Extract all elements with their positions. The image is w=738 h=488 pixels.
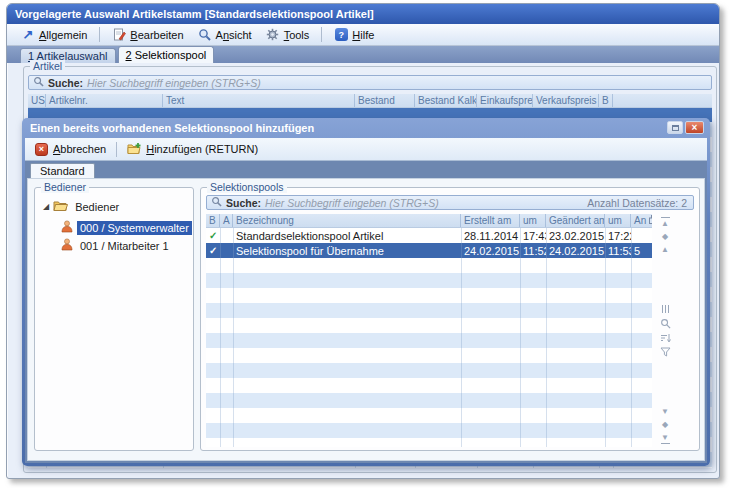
tree-item-label: 000 / Systemverwalter [77,221,192,235]
tab-selektionspool[interactable]: 2 Selektionspool [118,46,215,63]
column-header-bezeichnung[interactable]: Bezeichnung [233,214,461,227]
record-count: Anzahl Datensätze: 2 [587,197,687,209]
column-header-us[interactable]: US [28,94,46,107]
help-icon: ? [334,28,348,42]
row-down-icon[interactable]: ▼ [661,407,669,416]
empty-row [206,438,652,447]
copy-window-icon [649,215,652,226]
dialog-content: × Abbrechen Hinzufügen (RETURN) Standard [25,138,707,463]
add-button[interactable]: Hinzufügen (RETURN) [123,141,262,158]
main-window: Vorgelagerte Auswahl Artikelstamm [Stand… [6,3,720,479]
restore-icon [672,125,679,131]
tab-standard[interactable]: Standard [30,163,95,178]
page-down-icon[interactable]: ◆ [662,420,668,429]
tree-item-mitarbeiter[interactable]: 001 / Mitarbeiter 1 [61,238,172,253]
column-header-geaendert-am[interactable]: Geändert am [546,214,605,227]
empty-row [206,363,652,378]
column-header-an[interactable]: An [631,214,652,227]
row-an [631,228,652,243]
row-geaendert-um: 11:53 [605,243,631,258]
search-rows-icon[interactable] [660,318,671,329]
sort-icon[interactable] [660,333,671,343]
tree-root-label: Bediener [72,200,122,214]
active-check-icon: ✓ [206,228,220,243]
row-geaendert-am: 24.02.2015 /Di [546,243,605,258]
empty-row [206,423,652,438]
cancel-x-icon: × [35,143,48,156]
dialog-tab-panel: Bediener ◢ Bediener 000 / [27,178,705,461]
menu-separator [321,27,322,42]
go-first-icon[interactable]: ▲ [661,216,670,228]
row-erstellt-um: 17:43 [520,228,546,243]
search-icon [33,76,44,89]
menu-item-allgemein[interactable]: ↗ Allgemein [17,26,91,44]
row-erstellt-um: 11:52 [520,243,546,258]
tree-expander-icon[interactable]: ◢ [43,203,49,211]
row-an: 5 [631,243,652,258]
row-erstellt-am: 28.11.2014 /Fr [461,228,520,243]
menu-item-bearbeiten[interactable]: Bearbeiten [108,26,187,44]
menu-label: Tools [284,29,310,41]
menu-item-hilfe[interactable]: ? Hilfe [330,26,378,44]
column-header-b[interactable]: B [206,214,220,227]
bediener-groupbox: Bediener ◢ Bediener 000 / [34,187,194,451]
add-folder-icon [127,142,141,157]
add-selektionspool-dialog: Einen bereits vorhandenen Selektionspool… [22,118,710,466]
columns-icon[interactable] [660,304,671,314]
dialog-title-bar[interactable]: Einen bereits vorhandenen Selektionspool… [22,118,710,138]
search-icon [211,196,222,209]
table-row[interactable]: ✓ Standardselektionspool Artikel 28.11.2… [206,228,652,243]
table-row-selected[interactable]: ✓ Selektionspool für Übernahme 24.02.201… [206,243,652,258]
restore-button[interactable] [667,121,683,134]
empty-row [206,303,652,318]
person-icon [61,238,73,253]
column-header-filler [613,94,712,107]
selektionspools-groupbox: Selektionspools Suche: Hier Suchbegriff … [200,187,700,451]
cancel-button[interactable]: × Abbrechen [31,142,110,157]
close-button[interactable]: × [685,121,704,134]
active-check-icon: ✓ [206,243,220,258]
edit-page-icon [112,28,126,42]
search-label: Suche: [48,77,83,89]
pools-table-body[interactable]: ✓ Standardselektionspool Artikel 28.11.2… [206,228,652,447]
empty-row [206,318,652,333]
pools-table-header: B A Bezeichnung Erstellt am um Geändert … [206,214,652,228]
menu-label: Bearbeiten [130,29,183,41]
row-geaendert-um: 17:22 [605,228,631,243]
menu-bar: ↗ Allgemein Bearbeiten Ansicht T [7,24,719,46]
empty-row [206,288,652,303]
column-header-bestand[interactable]: Bestand [355,94,415,107]
column-header-text[interactable]: Text [163,94,355,107]
pools-search-bar[interactable]: Suche: Hier Suchbegriff eingeben (STRG+S… [206,195,694,210]
row-up-icon[interactable]: ▲ [661,245,669,254]
tree-item-systemverwalter[interactable]: 000 / Systemverwalter [61,220,192,235]
row-geaendert-am: 23.02.2015 /Mo [546,228,605,243]
go-last-icon[interactable]: ▼ [661,433,670,445]
tree-root-bediener[interactable]: ◢ Bediener [43,200,122,214]
column-header-einkaufspreis[interactable]: Einkaufspreis [477,94,533,107]
window-title-bar[interactable]: Vorgelagerte Auswahl Artikelstamm [Stand… [7,4,719,24]
row-bezeichnung: Standardselektionspool Artikel [233,228,461,243]
filter-icon[interactable] [660,347,671,357]
column-header-artikelnr[interactable]: Artikelnr. [46,94,163,107]
column-header-b[interactable]: B [599,94,613,107]
row-bezeichnung: Selektionspool für Übernahme [233,243,461,258]
menu-item-tools[interactable]: Tools [262,26,314,44]
column-header-erstellt-um[interactable]: um [520,214,546,227]
column-header-a[interactable]: A [220,214,233,227]
menu-separator [99,27,100,42]
artikel-search-bar[interactable]: Suche: Hier Suchbegriff eingeben (STRG+S… [28,75,712,90]
page-up-icon[interactable]: ◆ [662,232,668,241]
column-header-verkaufspreis[interactable]: Verkaufspreis [533,94,599,107]
column-header-erstellt-am[interactable]: Erstellt am [461,214,520,227]
menu-label: Allgemein [39,29,87,41]
window-title: Vorgelagerte Auswahl Artikelstamm [Stand… [15,8,374,20]
column-header-geaendert-um[interactable]: um [605,214,631,227]
column-header-bestand-kalk[interactable]: Bestand Kalk. [415,94,477,107]
empty-row [206,258,652,273]
empty-row [206,408,652,423]
search-label: Suche: [226,197,261,209]
person-icon [61,220,73,235]
main-tab-strip: 1 Artikelauswahl 2 Selektionspool [7,46,719,63]
menu-item-ansicht[interactable]: Ansicht [194,26,256,44]
